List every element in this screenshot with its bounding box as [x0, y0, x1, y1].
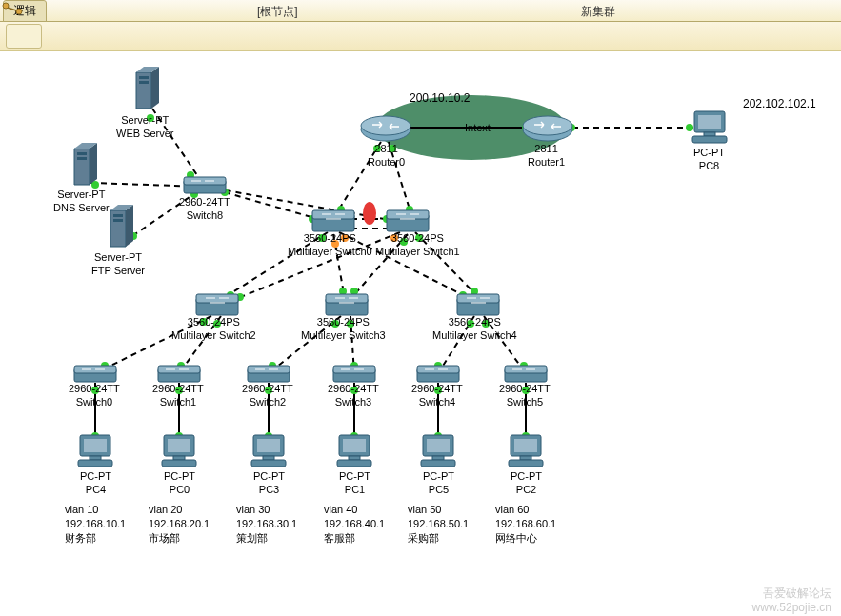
label-ms2: 3560-24PSMultilayer Switch2 — [171, 316, 256, 343]
cloud-label: Intext — [465, 122, 491, 133]
label-sw1: 2960-24TTSwitch1 — [152, 383, 204, 409]
label-sw0: 2960-24TTSwitch0 — [69, 383, 120, 409]
stp-block-icon — [363, 202, 376, 225]
vlan30-label: vlan 30192.168.30.1策划部 — [236, 503, 297, 546]
ms0-icon — [312, 210, 354, 231]
label-web: Server-PTWEB Server — [116, 114, 174, 141]
label-sw4: 2960-24TTSwitch4 — [411, 383, 463, 409]
switch8-icon — [184, 177, 226, 193]
new-cluster-button[interactable]: 新集群 — [581, 4, 615, 20]
pc2-icon — [509, 435, 543, 467]
topology-canvas[interactable]: 200.10.10.2 Intext 202.102.102.1 Server-… — [0, 51, 841, 616]
svg-line-2 — [8, 8, 16, 10]
vlan60-label: vlan 60192.168.60.1网络中心 — [495, 503, 556, 546]
ms2-icon — [196, 294, 238, 315]
top-toolbar: 逻辑 [根节点] 新集群 — [0, 0, 841, 22]
ms1-icon — [387, 210, 429, 231]
label-ms4: 3560-24PSMultilayer Switch4 — [432, 316, 517, 343]
label-pc5: PC-PTPC5 — [423, 470, 454, 497]
label-ms0: 3560-24PSMultilayer Switch0 — [288, 232, 372, 259]
navigate-tool-icon[interactable] — [6, 24, 42, 49]
ip-right: 202.102.102.1 — [743, 97, 816, 110]
server-ftp — [110, 205, 133, 247]
vlan20-label: vlan 20192.168.20.1市场部 — [149, 503, 210, 546]
label-ms3: 3560-24PSMultilayer Switch3 — [301, 316, 386, 343]
label-pc4: PC-PTPC4 — [80, 470, 111, 497]
pc1-icon — [337, 435, 371, 467]
svg-point-1 — [16, 9, 22, 14]
vlan40-label: vlan 40192.168.40.1客服部 — [324, 503, 385, 546]
secondary-toolbar — [0, 22, 841, 51]
vlan50-label: vlan 50192.168.50.1采购部 — [408, 503, 469, 546]
pc8-icon — [692, 111, 727, 143]
label-pc1: PC-PTPC1 — [339, 470, 370, 497]
pc5-icon — [421, 435, 455, 467]
label-r0: 2811Router0 — [368, 143, 405, 169]
pc3-icon — [251, 435, 286, 467]
sw2-icon — [248, 366, 290, 382]
label-ftp: Server-PTFTP Server — [91, 251, 145, 278]
watermark: 吾爱破解论坛www.52pojie.cn — [752, 586, 831, 616]
root-node-label[interactable]: [根节点] — [257, 4, 298, 20]
router0-icon — [361, 116, 410, 141]
server-web — [136, 67, 159, 109]
label-pc0: PC-PTPC0 — [164, 470, 195, 497]
vlan10-label: vlan 10192.168.10.1财务部 — [65, 503, 126, 546]
label-ms1: 3560-24PSMultilayer Switch1 — [375, 232, 460, 259]
ms3-icon — [326, 294, 368, 315]
router1-icon — [523, 116, 572, 141]
label-dns: Server-PTDNS Server — [53, 189, 110, 215]
label-sw8: 2960-24TTSwitch8 — [179, 196, 230, 223]
sw0-icon — [74, 366, 116, 382]
sw5-icon — [505, 366, 547, 382]
pc4-icon — [78, 435, 112, 467]
label-r1: 2811Router1 — [528, 143, 565, 169]
label-pc3: PC-PTPC3 — [253, 470, 285, 497]
server-dns — [74, 143, 97, 185]
sw1-icon — [158, 366, 200, 382]
label-pc8: PC-PTPC8 — [693, 147, 725, 173]
label-sw2: 2960-24TTSwitch2 — [242, 383, 293, 409]
svg-point-64 — [686, 124, 693, 131]
label-sw3: 2960-24TTSwitch3 — [328, 383, 379, 409]
ip-top: 200.10.10.2 — [410, 91, 470, 105]
sw4-icon — [417, 366, 459, 382]
ms4-icon — [457, 294, 499, 315]
label-sw5: 2960-24TTSwitch5 — [499, 383, 551, 409]
label-pc2: PC-PTPC2 — [511, 470, 542, 497]
pc0-icon — [162, 435, 196, 467]
sw3-icon — [333, 366, 375, 382]
